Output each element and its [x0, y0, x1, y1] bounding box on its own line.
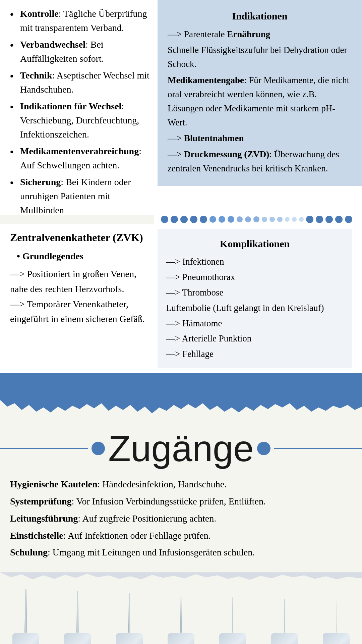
dot-19 [325, 216, 333, 223]
dot-1 [171, 216, 178, 223]
dot-11 [262, 217, 267, 222]
comp-item-3: —> Thrombose [166, 285, 344, 301]
complications-title: Komplikationen [166, 235, 344, 252]
zugangs-heading: Zugänge [108, 430, 254, 467]
bottom-item-3: Leitungsführung: Auf zugfreie Positionie… [10, 511, 352, 526]
dot-2 [180, 216, 188, 223]
title-dot-left [92, 442, 105, 455]
dot-12 [269, 217, 275, 222]
needle-shaft-26G [336, 601, 337, 633]
title-line-right [274, 448, 362, 449]
needle-item-16G: 16G [56, 591, 99, 644]
needle-item-26G: 26G [314, 601, 358, 644]
needle-hub-22G [219, 633, 246, 644]
dots-divider [154, 215, 362, 224]
blue-stripe [0, 373, 362, 400]
bottom-item-5: Schulung: Umgang mit Leitungen und Infus… [10, 545, 352, 560]
dot-15 [292, 217, 297, 222]
indications-title: Indikationen [168, 8, 352, 24]
dot-9 [245, 216, 251, 222]
needle-hub-24G [271, 633, 298, 644]
needle-hub-14G [12, 633, 39, 644]
term-sicherung: Sicherung [20, 177, 61, 187]
term-technik: Technik [20, 70, 52, 80]
zvk-item-1: —> Positioniert in großen Venen, nahe de… [10, 267, 154, 297]
title-dot-right [257, 442, 270, 455]
needle-item-24G: 24G [263, 599, 306, 644]
indications-item-2: Schnelle Flüssigkeitszufuhr bei Dehydrat… [168, 43, 352, 71]
term-medikamente: Medikamentenverabreichung [20, 146, 139, 156]
needle-shaft-18G [128, 593, 130, 633]
needle-item-22G: 22G [211, 597, 254, 644]
indications-item-1: —> Parenterale Ernährung [168, 28, 352, 42]
dot-8 [237, 216, 243, 222]
comp-item-4: Luftembolie (Luft gelangt in den Kreisla… [166, 301, 344, 316]
needle-hub-26G [323, 633, 350, 644]
needle-shaft-22G [232, 597, 233, 633]
needle-body-26G [321, 601, 351, 644]
needle-hub-18G [116, 633, 143, 644]
needle-body-14G [11, 589, 41, 644]
list-item: Indikationen für Wechsel: Verschiebung, … [10, 99, 151, 142]
dot-18 [316, 216, 323, 223]
zvk-sub: • Grundlegendes [17, 249, 154, 264]
comp-item-7: —> Fehllage [166, 346, 344, 362]
needle-hub-16G [64, 633, 91, 644]
needle-shaft-20G [180, 595, 182, 633]
left-list: Kontrolle: Tägliche Überprüfung mit tran… [10, 7, 151, 217]
bottom-item-4: Einstichstelle: Auf Infektionen oder Feh… [10, 528, 352, 543]
dot-6 [219, 216, 225, 223]
needle-body-18G [114, 593, 144, 644]
list-item: Technik: Aseptischer Wechsel mit Handsch… [10, 68, 151, 97]
list-item: Kontrolle: Tägliche Überprüfung mit tran… [10, 7, 151, 35]
dot-10 [253, 216, 259, 222]
dot-17 [306, 216, 313, 223]
needle-item-18G: 18G [108, 593, 151, 644]
needle-body-16G [62, 591, 93, 644]
comp-item-6: —> Arterielle Punktion [166, 331, 344, 346]
dot-5 [209, 216, 216, 223]
list-item: Medikamentenverabreichung: Auf Schwellun… [10, 144, 151, 172]
torn-top-edge [0, 400, 362, 417]
torn-edge-needles [0, 572, 362, 582]
needle-item-14G: 14G [4, 589, 48, 644]
bottom-item-2: Systemprüfung: Vor Infusion Verbindungss… [10, 494, 352, 509]
dot-21 [345, 216, 352, 223]
top-section: Kontrolle: Tägliche Überprüfung mit tran… [0, 0, 362, 215]
comp-item-1: —> Infektionen [166, 254, 344, 270]
needle-body-20G [166, 595, 196, 644]
zvk-title: Zentralvenenkatheter (ZVK) [10, 229, 154, 246]
dot-0 [161, 216, 168, 223]
dot-13 [277, 217, 283, 222]
dot-14 [285, 217, 290, 222]
needle-item-20G: 20G [159, 595, 203, 644]
term-kontrolle: Kontrolle [20, 8, 59, 19]
comp-item-2: —> Pneumothorax [166, 270, 344, 285]
indications-item-5: —> Druckmessung (ZVD): Überwachung des z… [168, 148, 352, 176]
title-line: Zugänge [0, 430, 362, 467]
needles-section: 14G 16G 18G 20G [0, 582, 362, 644]
list-item: Verbandwechsel: Bei Auffälligkeiten sofo… [10, 38, 151, 66]
indications-item-3: Medikamentengabe: Für Medikamente, die n… [168, 73, 352, 129]
needle-body-24G [269, 599, 300, 644]
dot-4 [200, 216, 207, 223]
comp-item-5: —> Hämatome [166, 316, 344, 331]
zvk-item-2: —> Temporärer Venenkatheter, eingeführt … [10, 297, 154, 327]
list-item: Sicherung: Bei Kindern oder unruhigen Pa… [10, 175, 151, 217]
bottom-content: Hygienische Kautelen: Händedesinfektion,… [0, 477, 362, 572]
needle-shaft-14G [24, 589, 27, 633]
needle-shaft-24G [284, 599, 285, 633]
needle-shaft-16G [76, 591, 79, 633]
title-line-left [0, 448, 88, 449]
dot-3 [190, 216, 197, 223]
left-column: Kontrolle: Tägliche Überprüfung mit tran… [10, 7, 154, 220]
dot-16 [299, 217, 304, 222]
dot-7 [228, 216, 234, 223]
indications-box: Indikationen —> Parenterale Ernährung Sc… [158, 0, 362, 186]
needle-hub-20G [168, 633, 194, 644]
needle-body-22G [218, 597, 248, 644]
term-verbandwechsel: Verbandwechsel [20, 39, 85, 50]
bottom-item-1: Hygienische Kautelen: Händedesinfektion,… [10, 477, 352, 492]
zvk-complications-section: Zentralvenenkatheter (ZVK) • Grundlegend… [0, 224, 362, 373]
middle-section: Zugänge [0, 417, 362, 477]
